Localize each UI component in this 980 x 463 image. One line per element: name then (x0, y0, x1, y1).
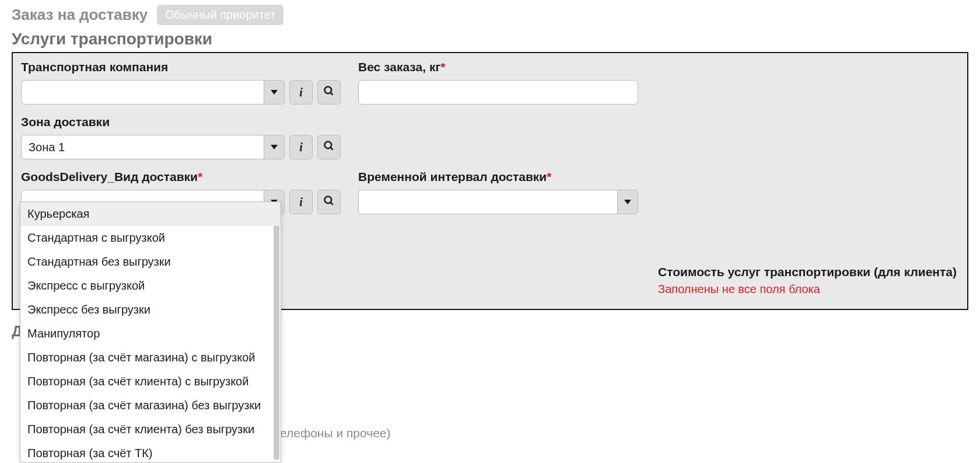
delivery-type-option[interactable]: Повторная (за счёт магазина) с выгрузкой (20, 346, 281, 370)
delivery-zone-dropdown-btn[interactable] (264, 135, 285, 159)
svg-line-3 (331, 147, 333, 149)
delivery-type-option[interactable]: Повторная (за счёт ТК) (20, 441, 281, 463)
priority-badge: Обычный приоритет (157, 5, 284, 25)
delivery-type-option[interactable]: Экспресс без выгрузки (20, 298, 281, 322)
delivery-type-option[interactable]: Стандартная без выгрузки (20, 250, 281, 274)
delivery-zone-select[interactable]: Зона 1 (21, 135, 264, 159)
time-interval-select[interactable] (358, 190, 617, 214)
page-title: Заказ на доставку (12, 6, 148, 24)
info-icon: i (299, 86, 303, 99)
transport-company-info-btn[interactable]: i (289, 80, 313, 105)
svg-point-4 (325, 196, 332, 203)
svg-line-1 (331, 92, 333, 95)
delivery-type-search-btn[interactable] (317, 190, 341, 214)
cost-error: Заполнены не все поля блока (658, 283, 957, 296)
svg-point-0 (325, 86, 332, 93)
label-delivery-zone: Зона доставки (21, 115, 341, 129)
transport-company-select[interactable] (21, 80, 264, 105)
delivery-type-option[interactable]: Курьерская (20, 202, 281, 226)
hidden-placeholder-tail: елефоны и прочее) (280, 426, 391, 440)
delivery-type-option[interactable]: Стандартная с выгрузкой (20, 226, 281, 250)
delivery-type-info-btn[interactable]: i (289, 190, 313, 214)
delivery-type-option[interactable]: Повторная (за счёт магазина) без выгрузк… (20, 394, 281, 417)
label-transport-company: Транспортная компания (21, 60, 341, 74)
svg-point-2 (325, 141, 332, 148)
chevron-down-icon (624, 200, 631, 204)
svg-line-5 (331, 202, 333, 204)
label-order-weight: Вес заказа, кг* (358, 60, 638, 74)
delivery-zone-info-btn[interactable]: i (289, 135, 313, 159)
search-icon (323, 140, 335, 155)
delivery-type-option[interactable]: Повторная (за счёт клиента) без выгрузки (20, 417, 281, 441)
transport-company-dropdown-btn[interactable] (264, 80, 285, 105)
delivery-type-option[interactable]: Экспресс с выгрузкой (20, 274, 281, 298)
delivery-type-option[interactable]: Повторная (за счёт клиента) с выгрузкой (20, 370, 281, 394)
cost-title: Стоимость услуг транспортировки (для кли… (658, 265, 957, 279)
chevron-down-icon (271, 90, 278, 95)
delivery-type-dropdown[interactable]: КурьерскаяСтандартная с выгрузкойСтандар… (20, 201, 281, 463)
search-icon (323, 85, 335, 100)
chevron-down-icon (271, 145, 278, 149)
label-delivery-type: GoodsDelivery_Вид доставки* (21, 170, 341, 184)
info-icon: i (299, 196, 303, 209)
transport-company-search-btn[interactable] (317, 80, 341, 105)
section-title-transport: Услуги транспортировки (12, 30, 968, 48)
order-weight-input[interactable] (358, 80, 638, 105)
search-icon (323, 195, 335, 210)
time-interval-dropdown-btn[interactable] (617, 190, 638, 214)
delivery-zone-search-btn[interactable] (317, 135, 341, 159)
label-time-interval: Временной интервал доставки* (358, 170, 638, 184)
info-icon: i (299, 141, 303, 154)
delivery-type-option[interactable]: Манипулятор (20, 322, 281, 346)
